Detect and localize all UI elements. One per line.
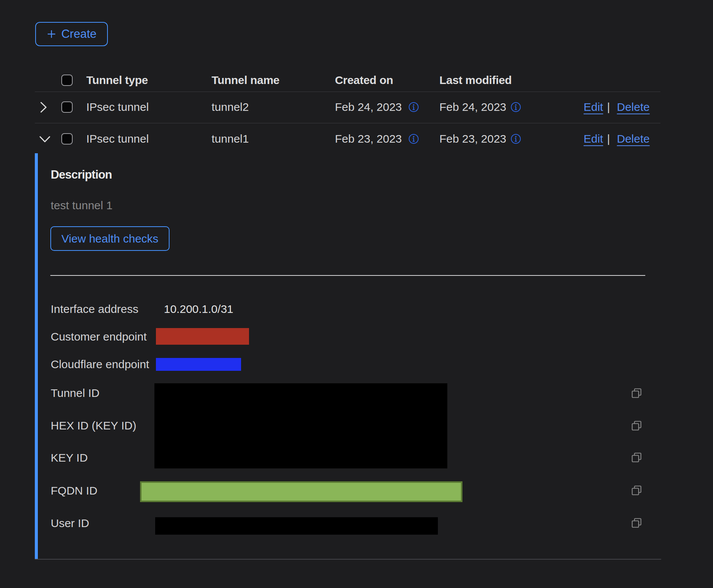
plus-icon — [47, 29, 56, 39]
field-label-tunnel-id: Tunnel ID — [51, 387, 100, 400]
user-id-redaction — [155, 517, 438, 535]
tunnel-name-cell: tunnel1 — [212, 132, 249, 145]
row-divider — [35, 123, 660, 123]
create-button-label: Create — [61, 27, 97, 41]
field-value-interface-address: 10.200.1.0/31 — [164, 303, 234, 316]
expanded-panel-accent-bar — [35, 153, 38, 559]
tunnel-name-cell: tunnel2 — [212, 101, 249, 114]
field-label-key-id: KEY ID — [51, 451, 88, 464]
description-text: test tunnel 1 — [51, 199, 112, 212]
info-icon[interactable] — [408, 102, 419, 112]
column-header-last-modified: Last modified — [439, 74, 512, 87]
select-all-checkbox[interactable] — [61, 75, 73, 86]
tunnel-type-cell: IPsec tunnel — [86, 132, 149, 145]
last-modified-cell: Feb 24, 2023 — [439, 101, 506, 114]
copy-icon[interactable] — [632, 388, 641, 398]
tunnel-id-redaction — [154, 383, 447, 468]
chevron-down-icon[interactable] — [39, 136, 50, 143]
edit-link[interactable]: Edit — [584, 101, 603, 114]
copy-icon[interactable] — [632, 453, 641, 462]
field-label-customer-endpoint: Customer endpoint — [51, 330, 146, 343]
chevron-right-icon[interactable] — [40, 102, 47, 113]
field-label-cloudflare-endpoint: Cloudflare endpoint — [51, 358, 149, 371]
delete-link[interactable]: Delete — [617, 132, 650, 145]
info-icon[interactable] — [511, 102, 521, 112]
customer-endpoint-redaction — [156, 328, 249, 345]
created-on-cell: Feb 23, 2023 — [335, 132, 402, 145]
delete-link[interactable]: Delete — [617, 101, 650, 114]
info-icon[interactable] — [511, 134, 521, 144]
field-label-fqdn-id: FQDN ID — [51, 484, 97, 497]
panel-bottom-divider — [35, 559, 661, 560]
copy-icon[interactable] — [632, 518, 641, 528]
tunnels-page: { "create_button": { "label": "Create" }… — [0, 0, 713, 588]
action-separator: | — [607, 101, 610, 114]
column-header-created-on: Created on — [335, 74, 393, 87]
create-button[interactable]: Create — [35, 22, 108, 46]
row-checkbox[interactable] — [61, 133, 73, 145]
copy-icon[interactable] — [632, 421, 641, 431]
tunnel-type-cell: IPsec tunnel — [86, 101, 149, 114]
edit-link[interactable]: Edit — [584, 132, 603, 145]
info-icon[interactable] — [408, 134, 419, 144]
row-checkbox[interactable] — [61, 101, 73, 113]
cloudflare-endpoint-redaction — [156, 358, 241, 371]
section-divider — [50, 275, 645, 276]
view-health-checks-label: View health checks — [61, 232, 158, 245]
fqdn-id-redaction — [140, 481, 462, 502]
description-label: Description — [51, 168, 112, 182]
field-label-hex-id: HEX ID (KEY ID) — [51, 419, 136, 432]
view-health-checks-button[interactable]: View health checks — [50, 226, 170, 251]
header-divider — [35, 92, 660, 92]
column-header-tunnel-name: Tunnel name — [212, 74, 280, 87]
column-header-tunnel-type: Tunnel type — [86, 74, 148, 87]
last-modified-cell: Feb 23, 2023 — [439, 132, 506, 145]
field-label-interface-address: Interface address — [51, 303, 139, 316]
created-on-cell: Feb 24, 2023 — [335, 101, 402, 114]
field-label-user-id: User ID — [51, 517, 89, 530]
action-separator: | — [607, 132, 610, 145]
copy-icon[interactable] — [632, 485, 641, 495]
